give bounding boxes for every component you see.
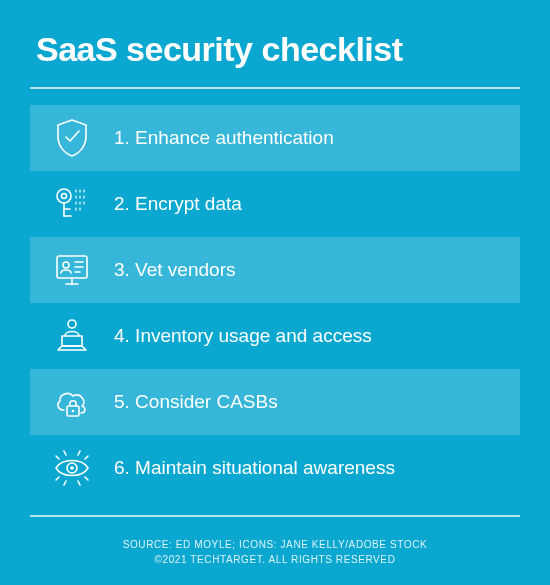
- key-data-icon: [40, 182, 104, 226]
- svg-line-29: [78, 481, 80, 485]
- checklist-item-6: 6. Maintain situational awareness: [30, 435, 520, 501]
- footer-line-1: SOURCE: ED MOYLE; ICONS: JANE KELLY/ADOB…: [123, 539, 428, 550]
- svg-line-26: [85, 456, 88, 459]
- svg-line-25: [78, 451, 80, 455]
- checklist-item-3: 3. Vet vendors: [30, 237, 520, 303]
- svg-line-30: [85, 477, 88, 480]
- svg-line-23: [56, 456, 59, 459]
- footer-line-2: ©2021 TECHTARGET. ALL RIGHTS RESERVED: [30, 552, 520, 567]
- infographic-card: SaaS security checklist 1. Enhance authe…: [0, 0, 550, 585]
- shield-check-icon: [40, 116, 104, 160]
- user-laptop-icon: [40, 314, 104, 358]
- svg-line-28: [64, 481, 66, 485]
- svg-point-20: [72, 410, 75, 413]
- svg-point-14: [63, 262, 69, 268]
- checklist-item-label: 3. Vet vendors: [104, 259, 235, 281]
- svg-point-1: [62, 194, 67, 199]
- checklist-item-label: 6. Maintain situational awareness: [104, 457, 395, 479]
- checklist-item-2: 2. Encrypt data: [30, 171, 520, 237]
- checklist-item-4: 4. Inventory usage and access: [30, 303, 520, 369]
- divider-top: [30, 87, 520, 89]
- svg-line-24: [64, 451, 66, 455]
- checklist-item-label: 2. Encrypt data: [104, 193, 242, 215]
- checklist-item-label: 4. Inventory usage and access: [104, 325, 372, 347]
- svg-point-18: [68, 320, 76, 328]
- checklist-item-label: 1. Enhance authentication: [104, 127, 334, 149]
- checklist-item-5: 5. Consider CASBs: [30, 369, 520, 435]
- footer-credits: SOURCE: ED MOYLE; ICONS: JANE KELLY/ADOB…: [30, 537, 520, 567]
- svg-point-22: [70, 466, 74, 470]
- checklist-item-1: 1. Enhance authentication: [30, 105, 520, 171]
- svg-point-0: [57, 189, 71, 203]
- eye-awareness-icon: [40, 446, 104, 490]
- page-title: SaaS security checklist: [36, 30, 520, 69]
- divider-bottom: [30, 515, 520, 517]
- svg-line-27: [56, 477, 59, 480]
- monitor-profile-icon: [40, 248, 104, 292]
- cloud-lock-icon: [40, 380, 104, 424]
- checklist-item-label: 5. Consider CASBs: [104, 391, 278, 413]
- checklist: 1. Enhance authentication: [30, 105, 520, 501]
